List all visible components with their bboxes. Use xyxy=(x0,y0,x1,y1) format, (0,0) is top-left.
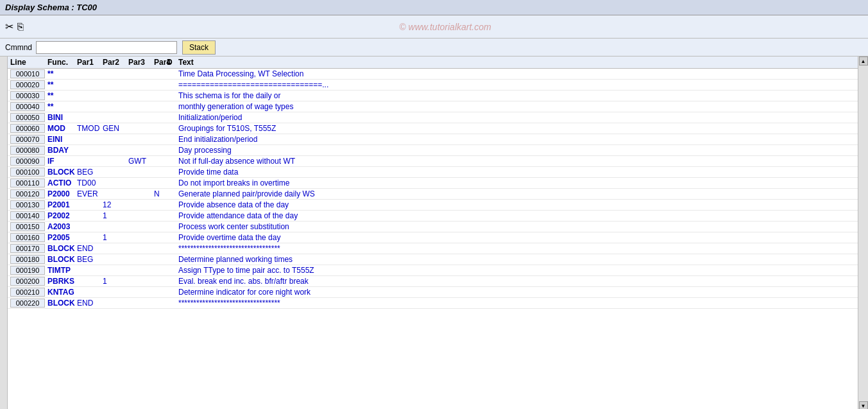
cell-par4 xyxy=(154,157,167,166)
cell-line: 000140 xyxy=(10,211,45,220)
cell-par4 xyxy=(154,266,167,275)
cell-line: 000040 xyxy=(10,102,45,111)
cell-par1: TD00 xyxy=(77,178,103,187)
cell-par4 xyxy=(154,102,167,111)
cell-d xyxy=(167,124,178,133)
scroll-down-arrow[interactable]: ▼ xyxy=(859,401,868,409)
toolbar: ✂ ⎘ © www.tutorialkart.com xyxy=(0,15,868,39)
cell-par4 xyxy=(154,255,167,264)
cell-d xyxy=(167,211,178,220)
cell-d xyxy=(167,80,178,89)
table-row[interactable]: 000060 MOD TMOD GEN Groupings for T510S,… xyxy=(8,123,858,134)
cell-par3 xyxy=(128,80,154,89)
table-row[interactable]: 000100 BLOCK BEG Provide time data xyxy=(8,167,858,178)
cell-func: BLOCK xyxy=(47,299,77,308)
cell-par4 xyxy=(154,135,167,144)
cell-func: P2001 xyxy=(47,200,77,209)
cell-par1 xyxy=(77,146,103,155)
cell-par2 xyxy=(103,102,128,111)
cell-text: Do not import breaks in overtime xyxy=(178,178,855,187)
table-row[interactable]: 000040 ** monthly generation of wage typ… xyxy=(8,101,858,112)
cell-text: Day processing xyxy=(178,146,855,155)
cell-d xyxy=(167,146,178,155)
table-row[interactable]: 000140 P2002 1 Provide attendance data o… xyxy=(8,211,858,222)
table-row[interactable]: 000150 A2003 Process work center substit… xyxy=(8,222,858,232)
cell-d xyxy=(167,135,178,144)
cell-line: 000010 xyxy=(10,69,45,78)
stack-button[interactable]: Stack xyxy=(182,40,216,55)
cell-text: End initialization/period xyxy=(178,135,855,144)
cell-text: Process work center substitution xyxy=(178,222,855,231)
cell-par3 xyxy=(128,124,154,133)
cell-par4 xyxy=(154,244,167,253)
cell-func: BLOCK xyxy=(47,244,77,253)
cell-line: 000170 xyxy=(10,244,45,253)
cell-d xyxy=(167,178,178,187)
cell-par2 xyxy=(103,80,128,89)
cell-d xyxy=(167,91,178,100)
table-row[interactable]: 000010 ** Time Data Processing, WT Selec… xyxy=(8,69,858,80)
table-row[interactable]: 000130 P2001 12 Provide absence data of … xyxy=(8,200,858,211)
cell-par2 xyxy=(103,91,128,100)
cell-par1 xyxy=(77,200,103,209)
table-row[interactable]: 000180 BLOCK BEG Determine planned worki… xyxy=(8,254,858,265)
cell-par2 xyxy=(103,189,128,198)
cell-d xyxy=(167,233,178,242)
cell-par3 xyxy=(128,102,154,111)
scissors-icon[interactable]: ✂ xyxy=(5,21,13,33)
cell-par3 xyxy=(128,113,154,122)
cell-par1 xyxy=(77,91,103,100)
table-row[interactable]: 000200 PBRKS 1 Eval. break end inc. abs.… xyxy=(8,276,858,287)
cell-func: MOD xyxy=(47,124,77,133)
table-row[interactable]: 000120 P2000 EVER N Generate planned pai… xyxy=(8,189,858,200)
cell-func: EINI xyxy=(47,135,77,144)
table-row[interactable]: 000170 BLOCK END ***********************… xyxy=(8,243,858,254)
cell-par2 xyxy=(103,135,128,144)
scroll-up-arrow[interactable]: ▲ xyxy=(859,57,868,65)
window-title: Display Schema : TC00 xyxy=(5,3,97,12)
table-row[interactable]: 000110 ACTIO TD00 Do not import breaks i… xyxy=(8,178,858,189)
header-d: D xyxy=(167,58,178,67)
cell-d xyxy=(167,255,178,264)
cell-d xyxy=(167,113,178,122)
table-row[interactable]: 000210 KNTAG Determine indicator for cor… xyxy=(8,287,858,298)
cell-func: ** xyxy=(47,69,77,78)
table-row[interactable]: 000070 EINI End initialization/period xyxy=(8,134,858,145)
cell-par2 xyxy=(103,69,128,78)
table-row[interactable]: 000020 ** ==============================… xyxy=(8,80,858,91)
cell-par2 xyxy=(103,266,128,275)
cell-line: 000070 xyxy=(10,135,45,144)
table-row[interactable]: 000030 ** This schema is for the daily o… xyxy=(8,91,858,101)
table-row[interactable]: 000220 BLOCK END ***********************… xyxy=(8,298,858,309)
scroll-right[interactable]: ▲ ▼ xyxy=(858,57,868,409)
cell-func: IF xyxy=(47,157,77,166)
table-row[interactable]: 000190 TIMTP Assign TType to time pair a… xyxy=(8,265,858,276)
cell-par3 xyxy=(128,288,154,297)
cell-par2 xyxy=(103,288,128,297)
cell-line: 000150 xyxy=(10,222,45,231)
cell-par3 xyxy=(128,233,154,242)
cell-line: 000100 xyxy=(10,168,45,177)
cell-text: ********************************** xyxy=(178,244,855,253)
cell-par4 xyxy=(154,211,167,220)
table-row[interactable]: 000090 IF GWT Not if full-day absence wi… xyxy=(8,156,858,167)
copy-icon[interactable]: ⎘ xyxy=(17,21,24,33)
table-row[interactable]: 000050 BINI Initialization/period xyxy=(8,112,858,123)
table-row[interactable]: 000160 P2005 1 Provide overtime data the… xyxy=(8,232,858,243)
cell-func: P2000 xyxy=(47,189,77,198)
cell-text: Eval. break end inc. abs. bfr/aftr break xyxy=(178,277,855,286)
cell-par2 xyxy=(103,157,128,166)
table-row[interactable]: 000080 BDAY Day processing xyxy=(8,145,858,156)
cell-func: BDAY xyxy=(47,146,77,155)
cell-func: BINI xyxy=(47,113,77,122)
cell-func: P2005 xyxy=(47,233,77,242)
cell-d xyxy=(167,266,178,275)
cell-d xyxy=(167,222,178,231)
cell-line: 000200 xyxy=(10,277,45,286)
cell-func: KNTAG xyxy=(47,288,77,297)
cell-par3 xyxy=(128,189,154,198)
cell-par1: END xyxy=(77,244,103,253)
command-input[interactable] xyxy=(36,41,177,54)
cell-par1 xyxy=(77,157,103,166)
cell-line: 000050 xyxy=(10,113,45,122)
